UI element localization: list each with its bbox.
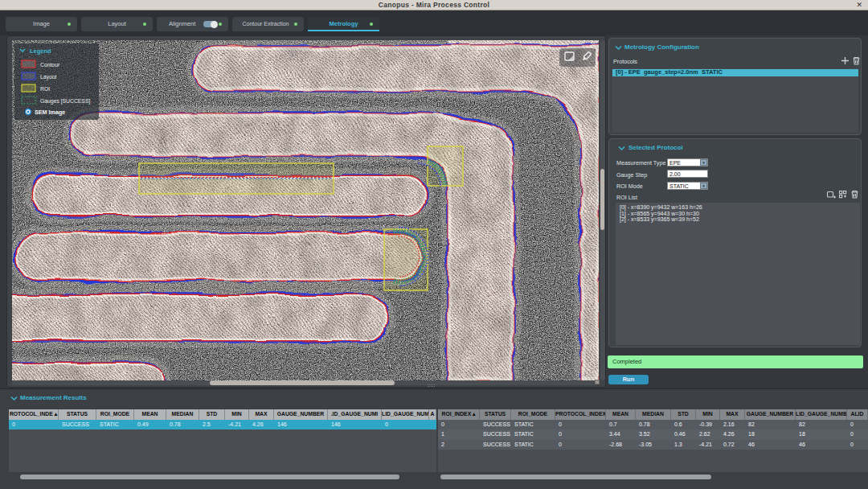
svg-text:Legend: Legend: [30, 47, 51, 55]
svg-text:Layout: Layout: [40, 74, 57, 80]
svg-text:ROI: ROI: [40, 86, 50, 92]
svg-text:Gauges [SUCCESS]: Gauges [SUCCESS]: [40, 98, 90, 105]
svg-text:Contour: Contour: [40, 62, 60, 68]
svg-text:SEM Image: SEM Image: [35, 109, 65, 116]
